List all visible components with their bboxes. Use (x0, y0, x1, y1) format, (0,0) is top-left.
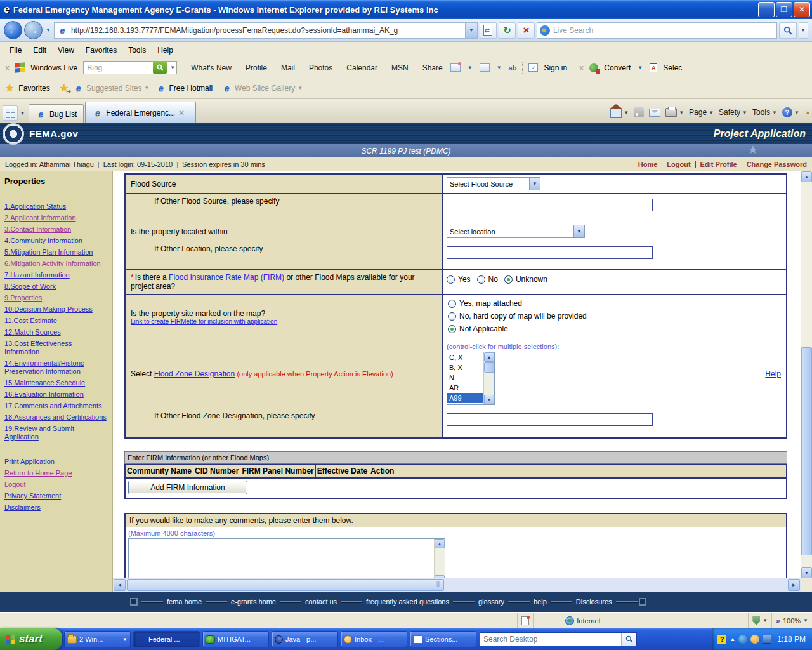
live-toolbar-link[interactable]: Profile (244, 63, 269, 72)
firm-link[interactable]: Flood Insurance Rate Map (FIRM) (169, 273, 284, 282)
live-toolbar-link[interactable]: MSN (390, 63, 410, 72)
footer-link[interactable]: help (531, 598, 549, 606)
layout-tool-caret-icon[interactable]: ▼ (495, 65, 503, 70)
scroll-up-icon[interactable]: ▲ (435, 539, 445, 548)
radio-icon[interactable] (448, 300, 456, 308)
sidebar-nav-link[interactable]: 16.Evaluation Information (4, 390, 108, 399)
restore-button[interactable]: ❐ (776, 2, 792, 17)
convert-caret-icon[interactable]: ▼ (636, 65, 644, 70)
protected-mode-control[interactable]: ▼ (748, 613, 771, 628)
zoom-control[interactable]: ⌕ 100% ▼ (771, 613, 812, 628)
live-toolbar-link[interactable]: Share (421, 63, 445, 72)
session-link[interactable]: Change Password (742, 161, 807, 168)
sidebar-utility-link[interactable]: Disclaimers (4, 503, 108, 512)
stop-button[interactable]: × (518, 22, 535, 39)
live-toolbar-link[interactable]: Mail (279, 63, 297, 72)
other-flood-source-input[interactable] (447, 199, 653, 211)
taskbar-window-button[interactable]: Sections... (410, 631, 476, 647)
sidebar-nav-link[interactable]: 14.Environmental/Historic Preservation I… (4, 359, 108, 376)
tab-list-icon[interactable]: ▼ (18, 105, 27, 121)
sidebar-nav-link[interactable]: 9.Properties (4, 294, 108, 302)
flood-zone-option[interactable]: C, X (447, 352, 483, 362)
scrollbar-thumb[interactable] (484, 362, 494, 373)
taskbar-window-button[interactable]: Java - p... (272, 631, 338, 647)
menu-item[interactable]: View (52, 44, 80, 56)
convert-button[interactable]: Convert (604, 63, 631, 72)
radio-icon[interactable] (477, 275, 485, 284)
radio-icon[interactable] (448, 325, 456, 333)
listbox-scrollbar[interactable]: ▲ ▼ (483, 352, 494, 404)
firmette-link[interactable]: Link to create FIRMette for inclusion wi… (131, 318, 437, 325)
sidebar-nav-link[interactable]: 19.Review and Submit Application (4, 425, 108, 441)
sidebar-utility-link[interactable]: Return to Home Page (4, 469, 108, 477)
add-favorite-icon[interactable]: ★ (60, 82, 69, 94)
taskbar-window-button[interactable]: 2 Win... ▼ (64, 631, 131, 647)
photos-tool-icon[interactable] (450, 63, 461, 72)
tools-menu[interactable]: Tools▼ (752, 108, 777, 117)
radio-icon[interactable] (504, 275, 513, 284)
read-mail-icon[interactable] (649, 109, 660, 117)
flood-zone-option[interactable]: AR (447, 383, 483, 393)
firm-radio-option[interactable]: Yes (447, 275, 471, 284)
sidebar-nav-link[interactable]: 4.Community Information (4, 237, 108, 245)
tray-network-icon[interactable] (763, 635, 771, 644)
url-dropdown-icon[interactable]: ▼ (465, 23, 477, 38)
sidebar-nav-link[interactable]: 5.Mitigation Plan Information (4, 248, 108, 256)
taskbar-window-button[interactable]: Federal ... (133, 631, 200, 647)
scroll-down-icon[interactable]: ▼ (484, 395, 494, 404)
browser-tab[interactable]: e Federal Emergenc... ✕ (85, 102, 196, 123)
property-location-select[interactable]: Select location ▼ (447, 225, 585, 238)
quick-tabs-icon[interactable] (3, 105, 18, 121)
comments-textarea[interactable]: ▲ ▼ (128, 538, 445, 578)
favorites-star-icon[interactable]: ★ (5, 82, 14, 94)
url-text[interactable]: http://192.168.3.193:7777/FEMAMitigation… (71, 26, 465, 35)
menu-item[interactable]: Favorites (80, 44, 122, 56)
session-link[interactable]: Logout (662, 161, 695, 168)
footer-link[interactable]: contact us (303, 598, 339, 606)
help-menu[interactable]: ?▼ (782, 107, 799, 117)
session-link[interactable]: Home (634, 161, 663, 168)
sidebar-nav-link[interactable]: 6.Mitigation Activity Information (4, 260, 108, 268)
sidebar-nav-link[interactable]: 15.Maintenance Schedule (4, 379, 108, 387)
scroll-right-icon[interactable]: ► (788, 579, 800, 591)
browser-tab[interactable]: e Bug List ✕ (29, 104, 84, 123)
scrollbar-thumb[interactable] (801, 347, 812, 555)
toolbar-overflow-icon[interactable]: » (806, 109, 809, 116)
start-button[interactable]: start (0, 628, 62, 650)
layout-tool-icon[interactable] (480, 63, 490, 72)
sidebar-nav-link[interactable]: 1.Application Status (4, 202, 108, 211)
sidebar-nav-link[interactable]: 2.Applicant Information (4, 214, 108, 222)
live-toolbar-link[interactable]: What's New (189, 63, 233, 72)
print-button[interactable]: ▼ (665, 108, 684, 117)
scroll-up-icon[interactable]: ▲ (484, 352, 494, 362)
live-toolbar-link[interactable]: Calendar (344, 63, 379, 72)
sidebar-nav-link[interactable]: 12.Match Sources (4, 328, 108, 336)
home-button[interactable]: ▼ (610, 107, 629, 118)
map-radio-option[interactable]: Yes, map attached (448, 299, 782, 308)
live-search-box[interactable]: Live Search (537, 22, 777, 39)
back-button[interactable]: ← (4, 21, 22, 39)
close-button[interactable]: ✕ (794, 2, 810, 17)
search-button[interactable] (779, 22, 797, 39)
pdf-select-button[interactable]: Selec (663, 63, 682, 72)
sidebar-nav-link[interactable]: 8.Scope of Work (4, 282, 108, 291)
forward-button[interactable]: → (24, 21, 43, 39)
flood-zone-option[interactable]: B, X (447, 362, 483, 373)
minimize-button[interactable]: _ (758, 2, 775, 17)
footer-link[interactable]: e-grants home (228, 598, 278, 606)
bing-search-button[interactable] (153, 62, 167, 74)
radio-icon[interactable] (448, 312, 456, 321)
scroll-up-icon[interactable]: ▲ (801, 171, 812, 182)
tray-help-icon[interactable]: ? (717, 635, 726, 644)
tray-expand-icon[interactable]: ▲ (730, 636, 735, 642)
history-dropdown-icon[interactable]: ▼ (44, 27, 52, 33)
sidebar-utility-link[interactable]: Logout (4, 481, 108, 489)
map-radio-option[interactable]: Not Applicable (448, 324, 782, 333)
refresh-button[interactable]: ↻ (499, 22, 516, 39)
compatibility-view-button[interactable] (480, 22, 497, 39)
footer-link[interactable]: glossary (476, 598, 507, 606)
other-location-input[interactable] (447, 246, 653, 259)
taskbar-window-button[interactable]: Inbox - ... (341, 631, 407, 647)
flood-source-select[interactable]: Select Flood Source ▼ (447, 177, 540, 190)
favorites-button[interactable]: Favorites (18, 84, 49, 93)
